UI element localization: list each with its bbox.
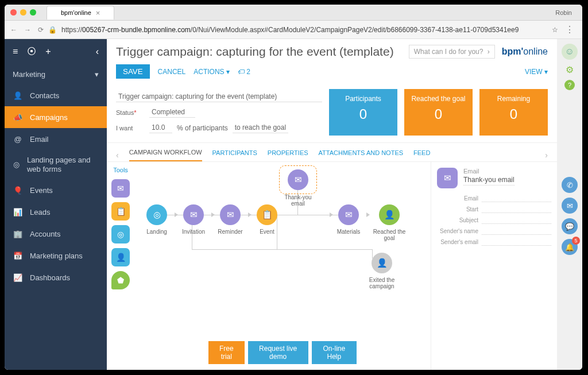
minimize-window[interactable] [20, 9, 26, 16]
online-help-button[interactable]: On-line Help [312, 341, 357, 364]
window-controls[interactable] [10, 9, 36, 16]
free-trial-button[interactable]: Free trial [208, 341, 245, 364]
sidebar-item-events[interactable]: 🎈Events [5, 179, 107, 201]
field-start[interactable] [482, 205, 551, 213]
browser-profile[interactable]: Robin [555, 9, 577, 16]
node-event[interactable]: 📋Event [250, 204, 284, 235]
chart-icon: 📈 [13, 272, 23, 283]
tab-participants[interactable]: PARTICIPANTS [212, 149, 257, 161]
node-reminder[interactable]: ✉Reminder [214, 204, 247, 235]
notifications-icon[interactable]: 🔔5 [562, 239, 578, 255]
iwant-label: I want [116, 125, 145, 132]
sidebar-item-leads[interactable]: 📊Leads [5, 201, 107, 223]
person-icon: 👤 [13, 90, 23, 100]
search-input[interactable]: What can I do for you? › [409, 45, 495, 59]
tab-properties[interactable]: PROPERTIES [268, 149, 308, 161]
phone-icon[interactable]: ✆ [562, 177, 578, 193]
menu-icon[interactable]: ⋮ [563, 24, 577, 35]
field-subject[interactable] [482, 216, 551, 224]
node-materials[interactable]: ✉Materials [332, 204, 365, 235]
forward-icon[interactable]: → [24, 26, 31, 34]
field-sender-email[interactable] [482, 238, 551, 246]
tools-label: Tools [113, 167, 128, 173]
building-icon: 🏢 [13, 229, 23, 239]
user-avatar[interactable]: ☺ [562, 44, 578, 60]
tool-goal[interactable]: ⬟ [111, 271, 130, 289]
view-menu[interactable]: VIEW ▾ [525, 68, 548, 76]
request-demo-button[interactable]: Request live demo [248, 341, 308, 364]
chevron-right-icon: › [488, 48, 490, 56]
menu-icon[interactable]: ≡ [13, 47, 18, 57]
right-rail: ☺ ⚙ ? ✆ ✉ 💬 🔔5 [557, 39, 582, 370]
tool-email[interactable]: ✉ [111, 179, 130, 198]
maximize-window[interactable] [30, 9, 36, 16]
sidebar-item-email[interactable]: @Email [5, 128, 107, 150]
lock-icon: 🔒 [48, 26, 57, 34]
actions-menu[interactable]: ACTIONS ▾ [194, 68, 230, 76]
bookmark-icon[interactable]: ☆ [552, 26, 558, 34]
sidebar-item-campaigns[interactable]: 📣Campaigns [5, 106, 107, 128]
sidebar-item-contacts[interactable]: 👤Contacts [5, 84, 107, 106]
field-email[interactable] [482, 194, 551, 202]
collapse-icon[interactable]: ‹ [96, 47, 99, 57]
tag-button[interactable]: 🏷 2 [238, 68, 250, 76]
settings-icon[interactable]: ⚙ [566, 64, 574, 75]
sidebar-item-dashboards[interactable]: 📈Dashboards [5, 266, 107, 288]
tab-title: bpm'online [61, 9, 91, 16]
details-title[interactable]: Thank-you email [463, 176, 514, 185]
status-field[interactable]: Completed [149, 107, 195, 118]
browser-tab[interactable]: bpm'online × [47, 6, 114, 20]
save-button[interactable]: SAVE [116, 64, 150, 79]
details-panel: ✉ Email Thank-you email Email Start Subj… [431, 162, 557, 370]
reload-icon[interactable]: ⟳ [38, 26, 44, 34]
balloon-icon: 🎈 [13, 185, 23, 195]
chat-icon[interactable]: 💬 [562, 218, 578, 234]
campaign-name-field[interactable]: Trigger campaign: capturing for the even… [116, 91, 322, 102]
sidebar-item-accounts[interactable]: 🏢Accounts [5, 223, 107, 245]
workflow-canvas[interactable]: ◎Landing ✉Invitation ✉Reminder 📋Event ✉T… [134, 162, 431, 370]
run-icon[interactable]: ⦿ [27, 47, 36, 57]
close-window[interactable] [10, 9, 17, 16]
tabs-scroll-right[interactable]: › [545, 150, 548, 160]
tool-event[interactable]: 📋 [111, 202, 130, 221]
tool-audience[interactable]: 👤 [111, 248, 130, 266]
chevron-down-icon: ▾ [95, 70, 99, 79]
url-field[interactable]: https://005267-crm-bundle.bpmonline.com/… [61, 26, 547, 34]
tab-workflow[interactable]: CAMPAIGN WORKFLOW [129, 149, 202, 161]
window-titlebar: bpm'online × Robin [5, 5, 582, 21]
section-selector[interactable]: Marketing ▾ [5, 64, 107, 84]
sidebar-item-plans[interactable]: 📅Marketing plans [5, 245, 107, 266]
email-icon: ✉ [437, 168, 458, 188]
node-thankyou[interactable]: ✉Thank-you email [281, 168, 315, 207]
cancel-button[interactable]: CANCEL [158, 68, 186, 76]
percent-field[interactable]: 10.0 [149, 122, 172, 133]
status-label: Status* [116, 109, 145, 116]
mail-icon[interactable]: ✉ [562, 198, 578, 214]
tab-attachments[interactable]: ATTACHMENTS AND NOTES [319, 149, 404, 161]
stat-participants[interactable]: Participants0 [329, 89, 397, 136]
stat-remaining[interactable]: Remaining0 [479, 89, 548, 136]
tool-target[interactable]: ◎ [111, 225, 130, 243]
tools-palette: Tools ✉ 📋 ◎ 👤 ⬟ [107, 162, 134, 370]
footer-buttons: Free trial Request live demo On-line Hel… [208, 341, 357, 364]
target-icon: ◎ [13, 160, 20, 170]
node-reached[interactable]: 👤Reached the goal [369, 204, 410, 241]
address-bar: ← → ⟳ 🔒 https://005267-crm-bundle.bpmonl… [5, 21, 582, 39]
stat-reached[interactable]: Reached the goal0 [404, 89, 473, 136]
tab-feed[interactable]: FEED [413, 149, 430, 161]
goal-field[interactable]: to reach the goal [233, 122, 288, 133]
add-icon[interactable]: + [45, 47, 51, 57]
at-icon: @ [13, 134, 23, 144]
help-icon[interactable]: ? [564, 80, 575, 90]
percent-label: % of participants [177, 124, 228, 132]
node-invitation[interactable]: ✉Invitation [177, 204, 210, 235]
tabs-scroll-left[interactable]: ‹ [116, 150, 119, 160]
node-landing[interactable]: ◎Landing [140, 204, 173, 235]
back-icon[interactable]: ← [10, 26, 17, 34]
sidebar-item-landing[interactable]: ◎Landing pages and web forms [5, 150, 107, 179]
field-sender-name[interactable] [482, 227, 551, 235]
tab-close-icon[interactable]: × [96, 9, 100, 17]
node-exited[interactable]: 👤Exited the campaign [356, 253, 408, 289]
details-type: Email [463, 168, 514, 175]
logo: bpm'online [502, 47, 548, 57]
